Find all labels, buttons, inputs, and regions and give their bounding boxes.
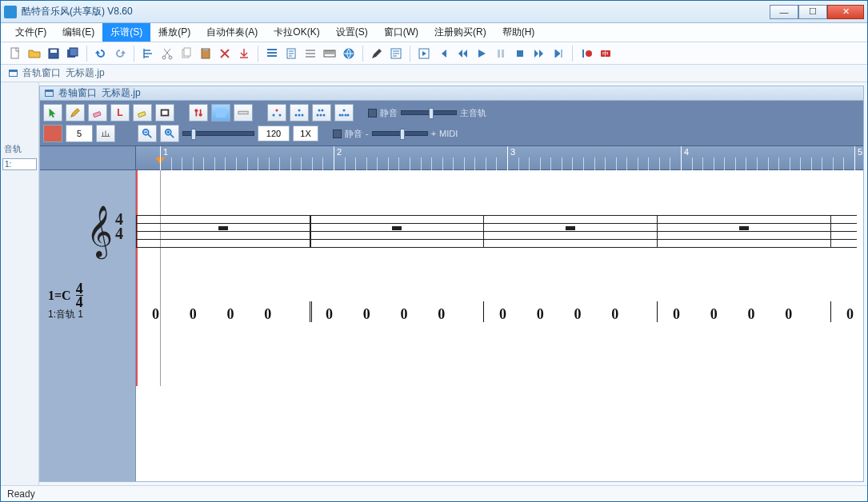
cut-button[interactable]	[158, 45, 176, 62]
svg-rect-27	[216, 108, 226, 118]
open-button[interactable]	[26, 45, 43, 62]
menu-score[interactable]: 乐谱(S)	[102, 23, 150, 42]
menu-accomp[interactable]: 自动伴奏(A)	[198, 23, 266, 42]
svg-rect-26	[162, 110, 168, 114]
gutter-track-0[interactable]: 1:	[2, 158, 37, 170]
close-button[interactable]: ✕	[827, 5, 864, 19]
bar-tool[interactable]	[43, 125, 62, 142]
rewind-button[interactable]	[454, 45, 471, 62]
save-button[interactable]	[45, 45, 62, 62]
volume1-slider[interactable]	[401, 110, 457, 115]
saveall-button[interactable]	[64, 45, 82, 62]
svg-rect-8	[184, 48, 190, 56]
region-tool[interactable]	[211, 104, 230, 122]
play-start-button[interactable]	[415, 45, 433, 62]
start-marker[interactable]	[136, 170, 138, 386]
film-tool[interactable]	[155, 104, 174, 122]
menu-register[interactable]: 注册购买(R)	[426, 23, 494, 42]
eraser-tool[interactable]	[88, 104, 107, 122]
score-main[interactable]: 𝄞 44 1=C 44 1:音轨 1 00000000000000000000	[136, 170, 863, 481]
menu-file[interactable]: 文件(F)	[7, 23, 54, 42]
window-icon	[9, 70, 18, 77]
globe-button[interactable]	[340, 45, 358, 62]
menu-help[interactable]: 帮助(H)	[494, 23, 543, 42]
scroll-window: 卷轴窗口 无标题.jp L	[39, 86, 864, 482]
first-button[interactable]	[434, 45, 452, 62]
pen-button[interactable]	[368, 45, 386, 62]
lang-button[interactable]: 中	[597, 45, 614, 62]
svg-point-36	[317, 114, 319, 117]
doc-button[interactable]	[282, 45, 300, 62]
track1-label: 主音轨	[460, 107, 486, 119]
dots2-tool[interactable]	[290, 104, 309, 122]
minimize-button[interactable]: —	[770, 5, 798, 19]
paste-button[interactable]	[197, 45, 214, 62]
maximize-button[interactable]: ☐	[798, 5, 827, 19]
ruler-ticks[interactable]: 12345	[136, 146, 863, 169]
copy-button[interactable]	[178, 45, 195, 62]
menu-window[interactable]: 窗口(W)	[376, 23, 426, 42]
status-text: Ready	[7, 488, 35, 500]
lyric-tool[interactable]: L	[110, 104, 130, 122]
time-signature: 44	[115, 212, 123, 241]
stop-button[interactable]	[511, 45, 529, 62]
svg-text:中: 中	[602, 50, 609, 58]
download-button[interactable]	[235, 45, 253, 62]
zoom-out[interactable]	[138, 125, 157, 142]
snap-tool[interactable]	[96, 125, 115, 142]
left-gutter: 音轨 1:	[1, 82, 39, 485]
new-button[interactable]	[6, 45, 24, 62]
scrollwin-header[interactable]: 卷轴窗口 无标题.jp	[40, 86, 863, 101]
props-button[interactable]	[387, 45, 405, 62]
svg-rect-10	[203, 48, 208, 50]
svg-rect-19	[582, 50, 584, 58]
svg-point-43	[345, 114, 347, 117]
pencil-tool[interactable]	[66, 104, 85, 122]
lines-button[interactable]	[302, 45, 319, 62]
measure-tool[interactable]	[234, 104, 253, 122]
svg-point-33	[298, 114, 301, 117]
zoom-in[interactable]	[160, 125, 179, 142]
list-button[interactable]	[263, 45, 281, 62]
svg-point-42	[342, 114, 344, 117]
mute1-check[interactable]	[368, 109, 377, 118]
mute2-check[interactable]	[333, 129, 342, 138]
menu-settings[interactable]: 设置(S)	[328, 23, 376, 42]
dots1-tool[interactable]	[267, 104, 286, 122]
align-button[interactable]	[139, 45, 157, 62]
dots3-tool[interactable]	[312, 104, 331, 122]
forward-button[interactable]	[530, 45, 548, 62]
keyboard-button[interactable]	[321, 45, 338, 62]
svg-point-40	[322, 110, 324, 112]
play-button[interactable]	[473, 45, 490, 62]
zoom-slider[interactable]	[182, 131, 254, 136]
app-icon	[4, 6, 17, 18]
volume2-slider[interactable]	[372, 131, 428, 136]
record-button[interactable]	[578, 45, 595, 62]
minus-label: -	[366, 129, 369, 138]
app-window: 酷特音乐风(共享版) V8.60 — ☐ ✕ 文件(F) 编辑(E) 乐谱(S)…	[0, 0, 868, 502]
svg-point-35	[298, 110, 301, 112]
dots4-tool[interactable]	[334, 104, 354, 122]
titlebar[interactable]: 酷特音乐风(共享版) V8.60 — ☐ ✕	[1, 1, 867, 23]
menu-play[interactable]: 播放(P)	[150, 23, 198, 42]
trackwin-header[interactable]: 音轨窗口 无标题.jp	[1, 65, 867, 82]
pause-button[interactable]	[492, 45, 510, 62]
menu-edit[interactable]: 编辑(E)	[54, 23, 102, 42]
delete-button[interactable]	[216, 45, 234, 62]
svg-point-41	[339, 114, 342, 117]
scrollwin-file: 无标题.jp	[102, 86, 141, 100]
svg-rect-4	[70, 48, 78, 56]
ruler[interactable]: 12345	[40, 146, 863, 170]
undo-button[interactable]	[92, 45, 110, 62]
last-button[interactable]	[550, 45, 567, 62]
menu-karaoke[interactable]: 卡拉OK(K)	[266, 23, 327, 42]
zoom-box[interactable]: 1X	[293, 126, 318, 141]
pointer-tool[interactable]	[43, 104, 62, 122]
note-value[interactable]: 5	[66, 125, 93, 142]
highlight-tool[interactable]	[133, 104, 152, 122]
swap-tool[interactable]	[189, 104, 208, 122]
svg-point-45	[343, 110, 346, 112]
redo-button[interactable]	[111, 45, 129, 62]
tempo-box[interactable]: 120	[258, 126, 290, 141]
